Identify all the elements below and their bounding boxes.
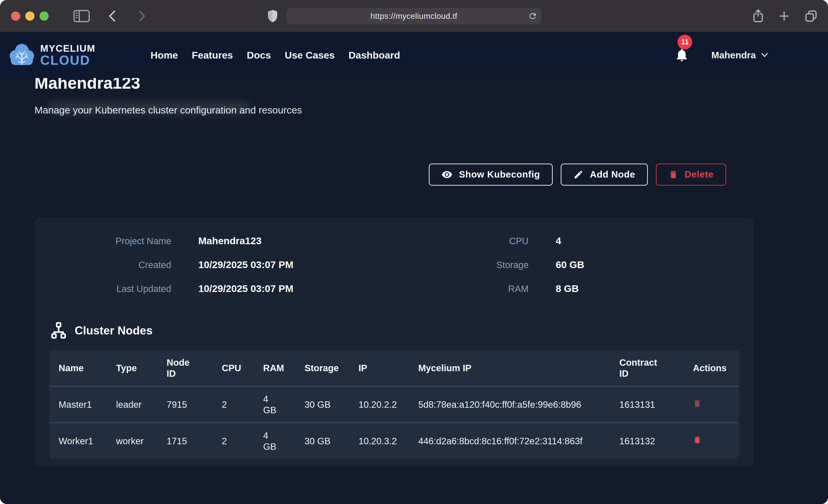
nav-docs[interactable]: Docs xyxy=(247,50,271,61)
cell-type: worker xyxy=(107,423,157,459)
cluster-nodes-title: Cluster Nodes xyxy=(75,324,153,337)
cluster-nodes-heading: Cluster Nodes xyxy=(49,321,739,340)
bell-icon xyxy=(674,47,690,63)
trash-icon xyxy=(668,169,678,180)
chevron-down-icon xyxy=(761,53,768,58)
add-node-button[interactable]: Add Node xyxy=(561,164,648,185)
cell-actions xyxy=(684,423,739,459)
info-label: RAM xyxy=(394,284,529,294)
info-label: CPU xyxy=(394,236,529,246)
cell-contract-id: 1613131 xyxy=(610,386,684,423)
cluster-hierarchy-icon xyxy=(49,321,68,340)
header-right: 11 Mahendra xyxy=(674,47,768,64)
info-storage: Storage 60 GB xyxy=(394,259,739,270)
show-kubeconfig-button[interactable]: Show Kubeconfig xyxy=(429,164,553,185)
cell-ip: 10.20.2.2 xyxy=(349,386,409,423)
info-value: Mahendra123 xyxy=(198,235,261,247)
forward-icon[interactable] xyxy=(138,0,147,32)
nav-use-cases[interactable]: Use Cases xyxy=(285,50,335,61)
cell-storage: 30 GB xyxy=(295,423,349,459)
cell-name: Master1 xyxy=(49,386,107,423)
info-label: Last Updated xyxy=(49,284,171,294)
cluster-actions: Show Kubeconfig Add Node Delete xyxy=(35,164,754,185)
delete-label: Delete xyxy=(685,169,713,180)
pencil-icon xyxy=(573,170,583,180)
cell-type: leader xyxy=(107,386,157,423)
info-value: 10/29/2025 03:07 PM xyxy=(198,259,293,270)
cell-mycelium-ip: 5d8:78ea:a120:f40c:ff0f:a5fe:99e6:8b96 xyxy=(409,386,610,423)
info-value: 8 GB xyxy=(556,283,579,294)
notification-badge: 11 xyxy=(677,35,692,49)
sidebar-toggle-icon[interactable] xyxy=(73,0,90,32)
user-menu[interactable]: Mahendra xyxy=(711,50,768,60)
new-tab-icon[interactable] xyxy=(779,11,789,22)
table-row: Master1 leader 7915 2 4 GB 30 GB 10.20.2… xyxy=(49,386,739,423)
col-node-id: Node ID xyxy=(157,350,213,386)
user-name: Mahendra xyxy=(711,50,756,60)
col-ip: IP xyxy=(349,350,409,386)
main-nav: Home Features Docs Use Cases Dashboard xyxy=(151,50,400,61)
info-value: 60 GB xyxy=(556,259,584,270)
cell-actions xyxy=(684,386,739,423)
minimize-window-button[interactable] xyxy=(25,11,35,21)
cell-node-id: 7915 xyxy=(157,386,213,423)
delete-node-button[interactable] xyxy=(693,435,702,446)
col-actions: Actions xyxy=(684,350,739,386)
eye-icon xyxy=(442,169,453,180)
mycelium-logo-icon xyxy=(8,42,36,69)
info-created: Created 10/29/2025 03:07 PM xyxy=(49,259,394,270)
close-window-button[interactable] xyxy=(11,11,20,21)
brand-logo-text: MYCELIUM CLOUD xyxy=(40,44,95,67)
cell-storage: 30 GB xyxy=(295,386,349,423)
tab-overview-icon[interactable] xyxy=(804,10,818,22)
share-icon[interactable] xyxy=(753,9,764,23)
browser-window: https://myceliumcloud.tf xyxy=(0,0,828,504)
cell-ram: 4 GB xyxy=(254,386,295,423)
page-subtitle: Manage your Kubernetes cluster configura… xyxy=(35,104,793,116)
reload-icon[interactable] xyxy=(528,11,537,22)
info-label: Storage xyxy=(394,260,529,270)
delete-cluster-button[interactable]: Delete xyxy=(656,164,726,185)
main-content: Mahendra123 Manage your Kubernetes clust… xyxy=(0,74,828,467)
nodes-table: Name Type Node ID CPU RAM Storage IP Myc… xyxy=(49,350,739,459)
chrome-right-controls xyxy=(753,0,818,32)
col-ram: RAM xyxy=(254,350,295,386)
info-value: 10/29/2025 03:07 PM xyxy=(198,283,293,294)
cell-node-id: 1715 xyxy=(157,423,213,459)
cell-name: Worker1 xyxy=(49,423,107,459)
delete-node-button[interactable] xyxy=(693,398,702,409)
info-ram: RAM 8 GB xyxy=(394,283,739,294)
info-label: Created xyxy=(49,260,171,270)
add-node-label: Add Node xyxy=(590,169,635,180)
nav-dashboard[interactable]: Dashboard xyxy=(348,50,400,61)
col-contract-id: Contract ID xyxy=(610,350,684,386)
col-mycelium-ip: Mycelium IP xyxy=(409,350,610,386)
nav-features[interactable]: Features xyxy=(192,50,233,61)
zoom-window-button[interactable] xyxy=(40,11,49,21)
brand-name-line2: CLOUD xyxy=(40,54,95,67)
show-kubeconfig-label: Show Kubeconfig xyxy=(459,169,540,180)
url-bar[interactable]: https://myceliumcloud.tf xyxy=(286,8,541,24)
nav-home[interactable]: Home xyxy=(151,50,178,61)
trash-icon xyxy=(693,398,702,408)
brand-name-line1: MYCELIUM xyxy=(40,44,95,53)
notifications-button[interactable]: 11 xyxy=(674,47,690,64)
col-name: Name xyxy=(49,350,107,386)
brand-logo[interactable]: MYCELIUM CLOUD xyxy=(8,42,95,69)
cluster-card: Project Name Mahendra123 Created 10/29/2… xyxy=(35,218,754,467)
col-type: Type xyxy=(107,350,157,386)
trash-icon xyxy=(693,435,702,445)
info-label: Project Name xyxy=(49,236,171,246)
back-icon[interactable] xyxy=(108,0,116,32)
col-cpu: CPU xyxy=(213,350,254,386)
table-header-row: Name Type Node ID CPU RAM Storage IP Myc… xyxy=(49,350,739,386)
cell-cpu: 2 xyxy=(213,386,254,423)
info-cpu: CPU 4 xyxy=(394,235,739,247)
url-text: https://myceliumcloud.tf xyxy=(370,11,457,21)
info-project-name: Project Name Mahendra123 xyxy=(49,235,394,247)
cluster-info: Project Name Mahendra123 Created 10/29/2… xyxy=(49,235,739,294)
cell-ip: 10.20.3.2 xyxy=(349,423,409,459)
traffic-lights xyxy=(11,11,49,21)
privacy-shield-icon[interactable] xyxy=(267,0,278,32)
cell-cpu: 2 xyxy=(213,423,254,459)
